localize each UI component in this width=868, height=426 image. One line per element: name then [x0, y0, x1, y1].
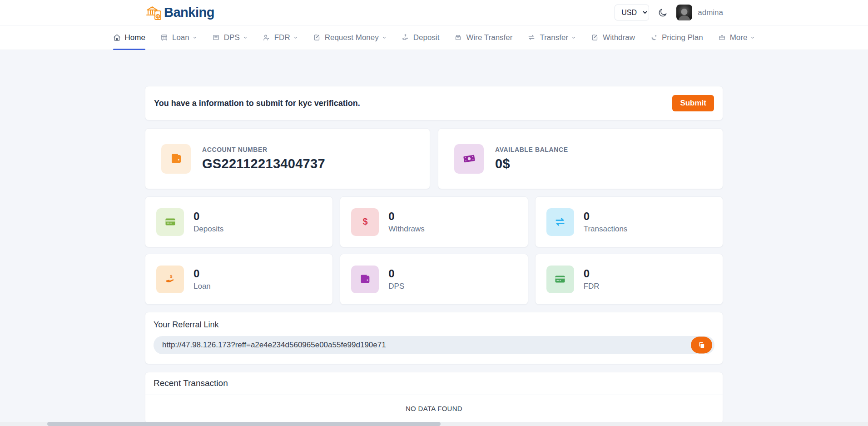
withdraw-icon — [591, 34, 599, 41]
recent-transactions-title: Recent Transaction — [145, 372, 723, 395]
nav-item-label: Deposit — [413, 33, 440, 42]
credit-card-icon — [546, 266, 574, 293]
kyc-banner: You have a information to submit for kyc… — [145, 86, 723, 120]
user-avatar[interactable] — [676, 5, 692, 20]
copy-icon — [698, 341, 705, 349]
banking-logo-icon: $ — [145, 4, 163, 21]
horizontal-scrollbar-track — [0, 422, 868, 426]
deposit-icon — [402, 34, 409, 41]
referral-link-field[interactable]: http://47.98.126.173?reff=a2e4e234d56096… — [154, 336, 714, 354]
nav-item-withdraw[interactable]: Withdraw — [591, 25, 635, 50]
stat-card-dps: 0 DPS — [340, 254, 528, 305]
nav-item-label: Pricing Plan — [662, 33, 703, 42]
hand-money-icon: $ — [156, 266, 184, 293]
nav-item-label: Transfer — [540, 33, 568, 42]
referral-title: Your Referral Link — [154, 320, 714, 330]
nav-item-fdr[interactable]: FDR — [263, 25, 298, 50]
stat-value: 0 — [193, 267, 211, 280]
nav-item-request-money[interactable]: Request Money — [313, 25, 387, 50]
stat-label: FDR — [584, 282, 600, 291]
brand-name: Banking — [164, 5, 214, 20]
stat-label: Deposits — [193, 225, 223, 234]
stat-value: 0 — [193, 210, 223, 223]
nav-item-pricing-plan[interactable]: Pricing Plan — [650, 25, 703, 50]
nav-item-home[interactable]: Home — [113, 25, 145, 50]
wire-transfer-icon — [454, 34, 462, 41]
stat-label: Withdraws — [388, 225, 424, 234]
banknote-icon — [454, 144, 484, 174]
nav-item-loan[interactable]: Loan — [160, 25, 197, 50]
dps-icon — [212, 34, 220, 41]
transfer-arrows-icon — [546, 208, 574, 236]
stat-card-deposits: 0 Deposits — [145, 196, 333, 247]
credit-card-icon — [156, 208, 184, 236]
chevron-down-icon — [293, 35, 298, 40]
stat-card-transactions: 0 Transactions — [535, 196, 723, 247]
svg-text:$: $ — [157, 15, 159, 19]
home-icon — [113, 34, 121, 41]
no-data-message: NO DATA FOUND — [145, 395, 723, 423]
kyc-submit-button[interactable]: Submit — [672, 95, 714, 111]
account-number-label: ACCOUNT NUMBER — [202, 146, 325, 153]
pricing-plan-icon — [650, 34, 658, 41]
nav-item-label: Withdraw — [603, 33, 635, 42]
dollar-icon: $ — [351, 208, 379, 236]
nav-item-label: More — [730, 33, 748, 42]
loan-icon — [160, 34, 168, 41]
nav-item-label: Home — [125, 33, 145, 42]
chevron-down-icon — [571, 35, 576, 40]
nav-item-label: Request Money — [325, 33, 379, 42]
stat-value: 0 — [388, 267, 404, 280]
currency-select[interactable]: USD — [615, 5, 649, 20]
nav-item-label: Loan — [172, 33, 189, 42]
recent-transactions-card: Recent Transaction NO DATA FOUND — [145, 372, 723, 424]
nav-item-label: Wire Transfer — [466, 33, 512, 42]
stat-label: DPS — [388, 282, 404, 291]
nav-item-deposit[interactable]: Deposit — [402, 25, 440, 50]
wallet-icon — [161, 144, 191, 174]
referral-card: Your Referral Link http://47.98.126.173?… — [145, 312, 723, 364]
dark-mode-toggle[interactable] — [656, 6, 669, 19]
nav-item-label: DPS — [224, 33, 240, 42]
more-icon — [718, 34, 726, 41]
chevron-down-icon — [193, 35, 197, 40]
brand-logo[interactable]: $ Banking — [145, 4, 214, 21]
main-navigation: Home Loan DPS FDR R — [0, 25, 868, 50]
horizontal-scrollbar-thumb[interactable] — [47, 422, 441, 426]
available-balance-card: AVAILABLE BALANCE 0$ — [438, 128, 723, 189]
nav-item-dps[interactable]: DPS — [212, 25, 248, 50]
stat-value: 0 — [584, 210, 628, 223]
stat-value: 0 — [388, 210, 424, 223]
svg-text:$: $ — [169, 274, 172, 279]
available-balance-value: 0$ — [495, 156, 568, 171]
moon-icon — [658, 8, 668, 18]
svg-text:$: $ — [362, 216, 367, 226]
stat-label: Loan — [193, 282, 211, 291]
request-money-icon — [313, 34, 321, 41]
transfer-icon — [527, 34, 536, 41]
copy-referral-button[interactable] — [691, 337, 712, 354]
account-number-value: GS22112213404737 — [202, 156, 325, 171]
nav-item-more[interactable]: More — [718, 25, 755, 50]
kyc-message: You have a information to submit for kyc… — [154, 99, 360, 108]
nav-item-label: FDR — [274, 33, 290, 42]
chevron-down-icon — [382, 35, 387, 40]
nav-item-transfer[interactable]: Transfer — [527, 25, 576, 50]
username-label: admina — [698, 8, 723, 17]
wallet-icon — [351, 266, 379, 293]
chevron-down-icon — [243, 35, 248, 40]
stat-value: 0 — [584, 267, 600, 280]
available-balance-label: AVAILABLE BALANCE — [495, 146, 568, 153]
referral-link-text: http://47.98.126.173?reff=a2e4e234d56096… — [162, 341, 386, 350]
dashboard-main: You have a information to submit for kyc… — [145, 50, 723, 424]
stat-card-loan: $ 0 Loan — [145, 254, 333, 305]
chevron-down-icon — [750, 35, 755, 40]
account-number-card: ACCOUNT NUMBER GS22112213404737 — [145, 128, 430, 189]
stat-label: Transactions — [584, 225, 628, 234]
stat-card-fdr: 0 FDR — [535, 254, 723, 305]
fdr-icon — [263, 34, 270, 41]
top-header: $ Banking USD admina — [0, 0, 868, 25]
nav-item-wire-transfer[interactable]: Wire Transfer — [454, 25, 512, 50]
stat-card-withdraws: $ 0 Withdraws — [340, 196, 528, 247]
